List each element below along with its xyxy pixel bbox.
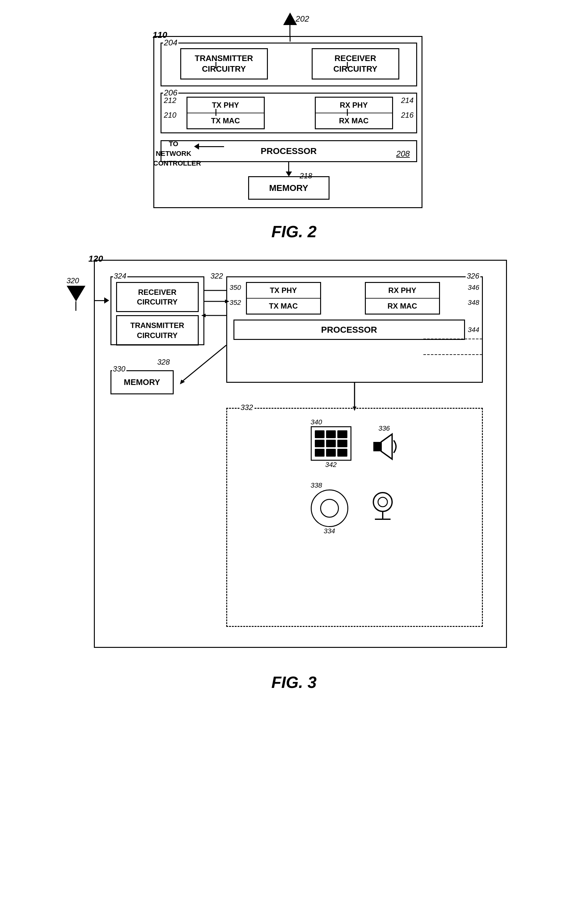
fig2-outer-box: 110 204 TRANSMITTER CIRCUITRY RECEIVER C… [153,36,422,208]
fig2-rx-mac-box: RX MAC [315,113,393,129]
svg-rect-6 [373,442,381,451]
fig3-label-350: 350 [230,284,241,292]
fig3-outer-box: 120 320 324 [94,260,507,648]
fig2-label-210: 210 [164,111,176,119]
fig2-rx-phy-box: RX PHY [315,97,393,113]
fig3-label-120: 120 [89,254,103,264]
fig3-rx-mac-box: RX MAC [365,298,440,315]
fig2-processor-label: PROCESSOR [261,146,317,156]
fig3-label-322: 322 [211,272,223,281]
fig3-processor-box: PROCESSOR [233,320,465,340]
fig2-label-208: 208 [396,149,410,159]
fig2-label-214: 214 [401,96,414,105]
fig3-inner-326: 326 350 352 TX PHY TX MAC RX PHY RX MAC [226,276,483,383]
fig3-label-348: 348 [468,299,480,307]
fig2-caption: FIG. 2 [271,222,317,241]
fig2-transmitter-box: TRANSMITTER CIRCUITRY [180,48,268,79]
fig2-proc-arrow-down [286,162,292,176]
fig2-inner-206-box: 206 212 210 TX PHY TX MAC RX PHY RX MAC [160,93,417,133]
fig3-label-344: 344 [468,326,480,334]
fig3-tx-phy-box: TX PHY [246,282,321,298]
fig2-receiver-box: RECEIVER CIRCUITRY [312,48,399,79]
fig3-label-340: 340 [311,418,322,426]
mic-icon [367,489,398,527]
keyboard-icon [311,426,351,461]
fig2-rx-group: RX PHY RX MAC [315,97,393,129]
fig3-label-342: 342 [325,461,337,469]
svg-line-20 [183,345,226,381]
fig3-processor-label: PROCESSOR [321,325,377,335]
fig3-tx-mac-box: TX MAC [246,298,321,315]
fig3-transmitter-box: TRANSMITTERCIRCUITRY [116,315,199,345]
fig2-tx-phy-box: TX PHY [186,97,265,113]
fig3-diagram-area: 120 320 324 [75,260,513,660]
fig3-label-328: 328 [157,358,170,366]
fig2-label-204: 204 [163,38,178,48]
fig3-rf-section: 324 RECEIVERCIRCUITRY TRANSMITTERCIRCUIT… [110,276,204,345]
fig3-label-338: 338 [311,481,322,489]
fig2-wrapper: 202 110 204 TRANSMITTER CIRCUITRY RECEIV… [153,13,435,241]
fig3-label-332: 332 [240,403,254,412]
fig3-antenna: 320 [67,286,86,311]
fig3-receiver-box: RECEIVERCIRCUITRY [116,282,199,312]
fig3-rx-group: RX PHY RX MAC [365,282,440,315]
fig3-speaker-group: 336 [370,425,398,461]
fig3-caption: FIG. 3 [271,673,317,692]
antenna-line-vertical [289,25,291,36]
fig2-antenna [283,13,297,36]
fig3-keyboard-group: 340 [311,418,351,469]
svg-marker-7 [381,434,392,459]
antenna-triangle [283,13,297,25]
fig3-mic-group [367,489,398,527]
svg-point-9 [378,497,388,507]
fig2-label-212: 212 [164,96,176,105]
fig3-label-334: 334 [323,527,335,535]
diagram-container: 202 110 204 TRANSMITTER CIRCUITRY RECEIV… [44,13,544,692]
fig3-label-326-tag: 326 [466,272,480,281]
fig3-label-324: 324 [113,272,128,281]
fig2-label-202: 202 [296,14,309,24]
svg-marker-21 [180,379,185,384]
fig3-devices-section: 332 340 [226,408,483,627]
fig3-label-336: 336 [378,425,390,433]
fig2-diagram-area: 202 110 204 TRANSMITTER CIRCUITRY RECEIV… [153,13,435,213]
fig2-network-arrow-line [194,143,224,150]
fig2-to-network-text: TO NETWORKCONTROLLER [153,139,194,168]
fig3-label-346: 346 [468,284,480,292]
speaker-icon [370,433,398,461]
fig3-label-352: 352 [230,299,241,307]
fig3-memory-box: MEMORY [110,370,174,394]
fig3-tx-group: TX PHY TX MAC [246,282,321,315]
fig2-inner-204-box: 204 TRANSMITTER CIRCUITRY RECEIVER CIRCU… [160,42,417,86]
fig2-tx-mac-box: TX MAC [186,113,265,129]
fig3-label-330: 330 [112,365,126,373]
camera-icon [311,489,348,527]
fig3-antenna-arrow [95,297,109,303]
fig2-label-218: 218 [300,171,312,180]
svg-point-8 [373,492,392,512]
fig2-memory-box: MEMORY [248,176,330,200]
fig3-label-320: 320 [67,276,79,285]
fig3-wrapper: 120 320 324 [75,260,513,692]
fig3-rx-phy-box: RX PHY [365,282,440,298]
fig2-memory-label: MEMORY [269,183,308,193]
fig3-memory-section: 330 MEMORY [110,370,174,394]
fig2-tx-group: TX PHY TX MAC [186,97,265,129]
fig2-label-216: 216 [401,111,414,119]
fig3-camera-group: 338 334 [311,481,348,535]
